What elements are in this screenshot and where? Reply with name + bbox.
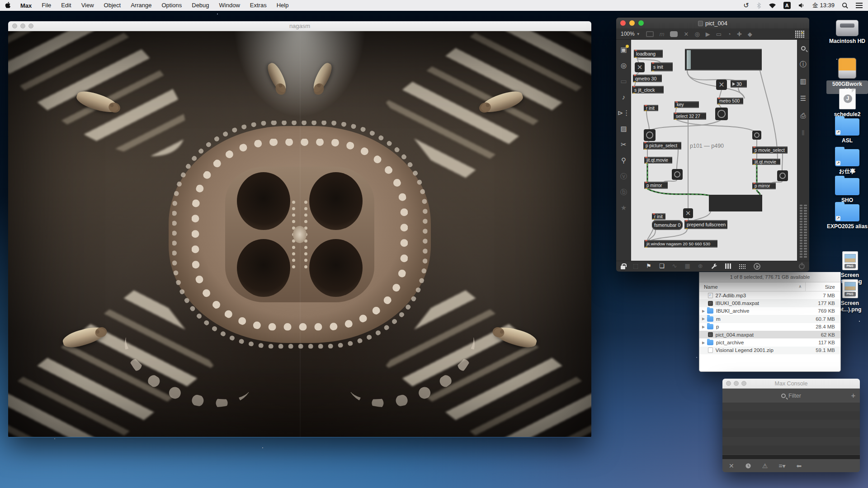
object-prepend-fullscreen[interactable]: prepend fullscreen — [684, 220, 727, 229]
volume-icon[interactable] — [798, 2, 805, 9]
console-message-list[interactable] — [722, 403, 860, 455]
toggle-object[interactable]: ✕ — [683, 208, 693, 218]
add-filter-button[interactable]: + — [851, 392, 855, 400]
audio-on-icon[interactable] — [754, 263, 760, 270]
collapse-icon[interactable]: ≡▾ — [778, 462, 785, 469]
paint-icon[interactable]: ◆ — [748, 31, 752, 37]
presentation-icon[interactable]: ⚑ — [646, 263, 651, 269]
menu-window[interactable]: Window — [214, 0, 245, 11]
zoom-level-control[interactable]: 100%▼ — [621, 31, 640, 37]
menu-clock[interactable]: 金 13:39 — [812, 1, 835, 9]
toggle-object[interactable]: ✕ — [635, 62, 645, 72]
desktop-icon-expo2025[interactable]: ↗ EXPO2025 alias — [826, 204, 868, 230]
object-icon[interactable]: ▭ — [620, 78, 627, 85]
disclosure-triangle[interactable]: ▶ — [702, 341, 707, 345]
time-machine-icon[interactable]: ↺ — [743, 1, 749, 9]
menu-debug[interactable]: Debug — [187, 0, 214, 11]
playbar-icon[interactable]: ▶ — [706, 31, 710, 37]
snapshot-icon[interactable]: ⎙ — [800, 112, 806, 119]
object-grid-icon[interactable] — [795, 30, 805, 38]
comment-object[interactable]: p101 — p490 — [690, 143, 724, 149]
attachment-icon[interactable]: ✂ — [621, 141, 627, 148]
lock-icon[interactable] — [621, 266, 625, 269]
warnings-icon[interactable]: ⚠ — [762, 462, 768, 469]
bang-button[interactable] — [672, 169, 683, 180]
file-row[interactable]: 27-Adlib.mp3 7 MB — [699, 291, 840, 299]
select-icon[interactable]: ⬚ — [633, 263, 638, 269]
wifi-icon[interactable] — [769, 3, 776, 9]
favorites-icon[interactable]: ★ — [621, 204, 627, 211]
object-jit-qt-movie[interactable]: jit.qt.movie — [644, 157, 672, 164]
clock-icon[interactable] — [745, 463, 751, 469]
object-s-init[interactable]: s init — [651, 62, 673, 71]
bluetooth-icon[interactable] — [756, 2, 761, 9]
video-icon[interactable]: ⊳⋮ — [618, 109, 630, 117]
audio-icon[interactable]: ◎ — [621, 62, 627, 69]
object-jit-window[interactable]: jit.window nagasm 20 50 660 530 — [644, 240, 717, 248]
slider-icon[interactable]: ▭ — [716, 31, 722, 37]
object-box-icon[interactable] — [646, 31, 654, 37]
object-p-mirror[interactable]: p mirror — [752, 183, 776, 189]
patcher-canvas[interactable]: loadbang ✕ s init qmetro 30 s jit_clock … — [631, 40, 797, 261]
packages-icon[interactable]: ▣ — [620, 46, 627, 53]
image-icon[interactable]: ▨ — [620, 125, 627, 132]
notification-center-icon[interactable] — [856, 1, 863, 9]
apple-menu[interactable] — [0, 1, 15, 10]
console-filter-field[interactable]: Filter — [781, 393, 801, 399]
bang-button[interactable] — [777, 170, 788, 181]
file-row[interactable]: Visional Legend 2001.zip 59.1 MB — [699, 347, 840, 354]
plug-icon[interactable]: ⚲ — [621, 157, 626, 164]
video-window-titlebar[interactable]: nagasm — [8, 21, 591, 31]
object-select[interactable]: select 32 27 — [674, 113, 706, 120]
comment-icon[interactable] — [670, 31, 678, 37]
column-header-size[interactable]: Size — [805, 282, 840, 291]
console-titlebar[interactable]: Max Console — [722, 379, 860, 389]
console-icon[interactable]: ☰ — [800, 95, 806, 102]
dial-icon[interactable]: ◔ — [727, 31, 731, 37]
inspector-icon[interactable]: ⓘ — [800, 61, 807, 68]
music-note-icon[interactable]: ♪ — [622, 94, 626, 101]
spotlight-icon[interactable] — [842, 2, 849, 9]
file-row[interactable]: ▶ p 28.4 MB — [699, 323, 840, 331]
sidebar-icon[interactable]: ▥ — [800, 78, 806, 85]
object-r-init[interactable]: r init — [652, 213, 665, 220]
file-row-selected[interactable]: pict_004.maxpat 62 KB — [699, 331, 840, 338]
grid-icon[interactable]: ▦ — [685, 263, 690, 269]
menu-options[interactable]: Options — [156, 0, 187, 11]
keyboard-icon[interactable] — [739, 264, 746, 269]
desktop-icon-schedule2[interactable]: J schedule2 — [826, 89, 868, 117]
toggle-icon[interactable]: ✕ — [684, 31, 689, 37]
menu-object[interactable]: Object — [99, 0, 126, 11]
desktop-icon-sho[interactable]: SHO — [826, 178, 868, 203]
object-p-movie-select[interactable]: p movie_select — [752, 146, 788, 154]
crossfade-panel[interactable] — [709, 195, 762, 211]
menu-help[interactable]: Help — [272, 0, 294, 11]
file-row[interactable]: IBUKI_008.maxpat 177 KB — [699, 299, 840, 307]
search-icon[interactable] — [801, 46, 806, 51]
file-row[interactable]: ▶ IBUKI_archive 769 KB — [699, 307, 840, 315]
power-icon[interactable] — [799, 263, 805, 269]
file-row[interactable]: ▶ pict_archive 117 KB — [699, 338, 840, 346]
file-row[interactable]: ▶ m 60.7 MB — [699, 315, 840, 323]
object-p-picture-select[interactable]: p picture_select — [643, 142, 681, 150]
layers-icon[interactable]: ❏ — [659, 263, 665, 269]
object-p-mirror[interactable]: p mirror — [644, 182, 668, 189]
object-metro[interactable]: metro 500 — [717, 98, 743, 104]
number-box[interactable]: 30 — [731, 80, 747, 88]
piano-icon[interactable] — [725, 263, 731, 269]
toggle-object[interactable]: ✕ — [716, 80, 727, 90]
object-qmetro[interactable]: qmetro 30 — [633, 75, 662, 82]
bang-button[interactable] — [752, 131, 761, 140]
vizzie-icon[interactable]: ⓥ — [620, 173, 627, 180]
beap-icon[interactable]: ⓑ — [620, 188, 627, 196]
desktop-icon-oshigoto[interactable]: ↗ お仕事 — [826, 149, 868, 174]
menu-app-name[interactable]: Max — [15, 2, 37, 9]
menu-arrange[interactable]: Arrange — [126, 0, 156, 11]
desktop-icon-asl[interactable]: ↗ ASL — [826, 118, 868, 144]
object-r-init[interactable]: r init — [644, 105, 658, 111]
object-s-jit-clock[interactable]: s jit_clock — [632, 86, 664, 94]
object-key[interactable]: key — [675, 101, 699, 108]
object-jit-qt-movie[interactable]: jit.qt.movie — [752, 159, 780, 165]
patcher-titlebar[interactable]: pict_004 — [616, 18, 809, 28]
disclosure-triangle[interactable]: ▶ — [702, 309, 707, 313]
